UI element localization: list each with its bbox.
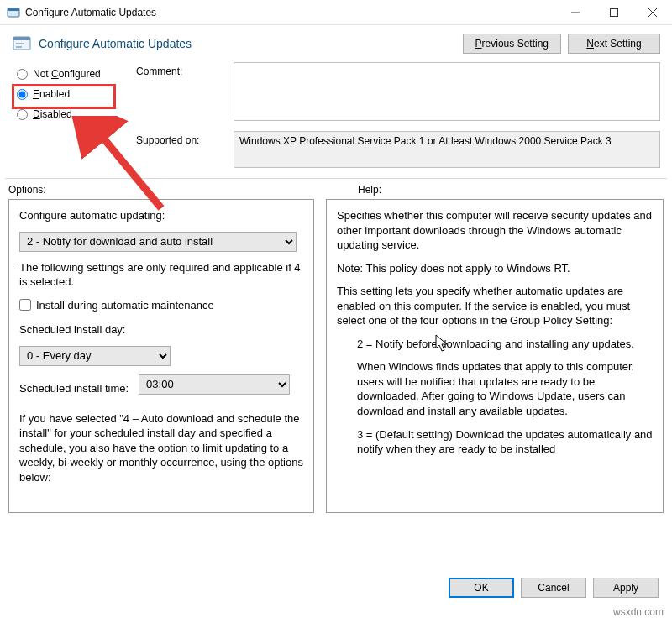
comment-textarea[interactable] <box>234 62 660 121</box>
help-text: Specifies whether this computer will rec… <box>337 208 653 253</box>
options-panel: Configure automatic updating: 2 - Notify… <box>8 199 314 513</box>
svg-rect-9 <box>16 46 22 48</box>
help-text: 2 = Notify before downloading and instal… <box>337 337 653 352</box>
policy-title: Configure Automatic Updates <box>39 37 192 50</box>
comment-label: Comment: <box>136 62 228 77</box>
disabled-label[interactable]: Disabled <box>33 108 72 120</box>
next-setting-button[interactable]: Next Setting <box>568 34 660 54</box>
options-extra-text: If you have selected "4 – Auto download … <box>19 411 303 485</box>
titlebar: Configure Automatic Updates <box>0 0 672 25</box>
configure-updating-select[interactable]: 2 - Notify for download and auto install <box>19 232 297 252</box>
supported-on-value: Windows XP Professional Service Pack 1 o… <box>234 131 660 168</box>
help-text: This setting lets you specify whether au… <box>337 284 653 328</box>
supported-on-label: Supported on: <box>136 131 228 146</box>
enabled-label[interactable]: Enabled <box>33 88 70 100</box>
watermark: wsxdn.com <box>613 606 664 618</box>
help-text: 3 = (Default setting) Download the updat… <box>337 427 653 457</box>
previous-setting-button[interactable]: Previous Setting <box>463 34 561 54</box>
maximize-button[interactable] <box>595 0 633 25</box>
apply-button[interactable]: Apply <box>593 578 659 598</box>
enabled-radio[interactable] <box>17 89 28 100</box>
window-title: Configure Automatic Updates <box>25 7 156 18</box>
close-button[interactable] <box>633 0 672 25</box>
disabled-radio[interactable] <box>17 109 28 120</box>
install-during-maintenance-checkbox[interactable] <box>19 299 31 311</box>
not-configured-label[interactable]: Not Configured <box>33 68 101 80</box>
help-panel: Specifies whether this computer will rec… <box>326 199 664 513</box>
app-icon <box>7 6 20 19</box>
options-heading: Options: <box>8 184 323 196</box>
policy-header: Configure Automatic Updates Previous Set… <box>0 25 672 59</box>
minimize-button[interactable] <box>556 0 595 25</box>
options-note: The following settings are only required… <box>19 260 303 290</box>
svg-rect-3 <box>611 8 618 16</box>
cancel-button[interactable]: Cancel <box>521 578 586 598</box>
dialog-buttons: OK Cancel Apply <box>442 578 659 598</box>
install-during-maintenance-label[interactable]: Install during automatic maintenance <box>36 298 214 313</box>
scheduled-time-select[interactable]: 03:00 <box>139 374 290 395</box>
svg-rect-1 <box>8 8 19 11</box>
scheduled-time-label: Scheduled install time: <box>19 381 129 396</box>
scheduled-day-select[interactable]: 0 - Every day <box>19 346 171 366</box>
state-radio-group: Not Configured Enabled Disabled <box>13 62 131 124</box>
help-text: When Windows finds updates that apply to… <box>337 359 653 418</box>
configure-updating-label: Configure automatic updating: <box>19 208 303 223</box>
help-heading: Help: <box>323 184 660 196</box>
help-text: Note: This policy does not apply to Wind… <box>337 261 653 276</box>
svg-rect-7 <box>13 37 30 40</box>
ok-button[interactable]: OK <box>449 578 514 598</box>
policy-icon <box>12 34 32 54</box>
not-configured-radio[interactable] <box>17 69 28 80</box>
scheduled-day-label: Scheduled install day: <box>19 322 303 338</box>
svg-rect-8 <box>16 43 24 44</box>
